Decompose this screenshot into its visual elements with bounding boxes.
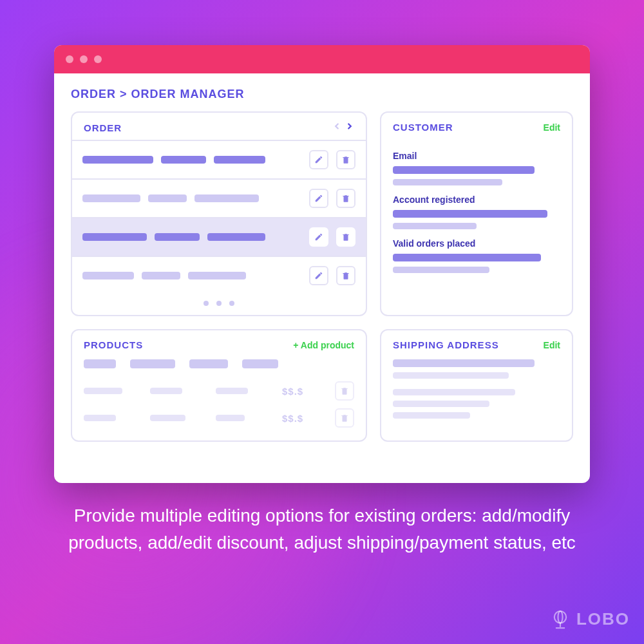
placeholder-bar	[189, 359, 228, 368]
product-price: $$.$	[282, 386, 321, 397]
placeholder-bar	[216, 415, 245, 421]
order-title: ORDER	[84, 122, 122, 133]
add-product-button[interactable]: + Add product	[293, 340, 354, 350]
brand-logo: LOBO	[549, 608, 630, 630]
placeholder-bar	[393, 166, 535, 174]
customer-account-label: Account registered	[393, 194, 560, 205]
app-window: ORDER > ORDER MANAGER ORDER	[54, 45, 590, 483]
placeholder-bar	[84, 388, 122, 394]
pager-dot[interactable]	[229, 301, 234, 306]
product-row: $$.$	[84, 404, 354, 431]
customer-edit-button[interactable]: Edit	[544, 122, 560, 133]
marketing-caption: Provide multiple editing options for exi…	[39, 502, 605, 556]
pager-dot[interactable]	[216, 301, 222, 306]
placeholder-bar	[82, 233, 147, 241]
product-price: $$.$	[282, 413, 321, 424]
delete-row-button[interactable]	[336, 266, 355, 285]
placeholder-bar	[84, 359, 116, 368]
placeholder-bar	[188, 272, 246, 279]
delete-product-button[interactable]	[335, 408, 354, 428]
placeholder-bar	[142, 272, 180, 279]
placeholder-bar	[148, 194, 187, 202]
placeholder-bar	[393, 389, 515, 395]
customer-valid-orders-label: Valid orders placed	[393, 238, 560, 249]
placeholder-bar	[393, 401, 489, 407]
order-row-selected[interactable]	[72, 217, 366, 256]
products-card: PRODUCTS + Add product $$.$	[71, 329, 367, 442]
shipping-card: SHIPPING ADDRESS Edit	[380, 329, 573, 442]
placeholder-bar	[393, 267, 489, 273]
placeholder-bar	[393, 412, 470, 419]
titlebar	[54, 45, 590, 73]
placeholder-bar	[82, 194, 140, 202]
order-row[interactable]	[72, 256, 366, 294]
pager-dot[interactable]	[204, 301, 209, 306]
placeholder-bar	[242, 359, 278, 368]
window-dot	[80, 55, 88, 63]
placeholder-bar	[194, 194, 259, 202]
customer-title: CUSTOMER	[393, 122, 453, 133]
placeholder-bar	[207, 233, 265, 241]
order-row[interactable]	[72, 178, 366, 217]
placeholder-bar	[393, 210, 547, 218]
svg-point-0	[554, 611, 566, 623]
edit-row-button[interactable]	[309, 189, 328, 208]
shipping-edit-button[interactable]: Edit	[544, 340, 560, 350]
window-dot	[94, 55, 102, 63]
delete-row-button[interactable]	[336, 150, 355, 169]
edit-row-button[interactable]	[309, 266, 328, 285]
edit-row-button[interactable]	[309, 227, 328, 247]
order-prev-button[interactable]	[332, 122, 341, 133]
placeholder-bar	[393, 359, 535, 367]
customer-email-label: Email	[393, 151, 560, 161]
placeholder-bar	[82, 272, 134, 279]
placeholder-bar	[150, 388, 182, 394]
breadcrumb: ORDER > ORDER MANAGER	[54, 73, 590, 111]
svg-point-1	[558, 611, 562, 623]
placeholder-bar	[393, 254, 541, 261]
placeholder-bar	[155, 233, 200, 241]
placeholder-bar	[82, 156, 153, 164]
placeholder-bar	[214, 156, 265, 164]
placeholder-bar	[216, 388, 248, 394]
placeholder-bar	[84, 415, 116, 421]
products-title: PRODUCTS	[84, 339, 143, 350]
delete-row-button[interactable]	[336, 227, 355, 247]
placeholder-bar	[393, 179, 502, 185]
placeholder-bar	[393, 223, 477, 229]
shipping-title: SHIPPING ADDRESS	[393, 339, 499, 350]
delete-product-button[interactable]	[335, 381, 354, 401]
order-row[interactable]	[72, 140, 366, 178]
window-dot	[66, 55, 73, 63]
delete-row-button[interactable]	[336, 189, 355, 208]
placeholder-bar	[393, 372, 509, 379]
order-next-button[interactable]	[345, 122, 354, 133]
placeholder-bar	[161, 156, 206, 164]
product-row: $$.$	[84, 377, 354, 404]
edit-row-button[interactable]	[309, 150, 328, 169]
placeholder-bar	[150, 415, 185, 421]
placeholder-bar	[130, 359, 175, 368]
order-pager	[72, 294, 366, 315]
order-card: ORDER	[71, 111, 367, 316]
customer-card: CUSTOMER Edit Email Account registered V…	[380, 111, 573, 316]
